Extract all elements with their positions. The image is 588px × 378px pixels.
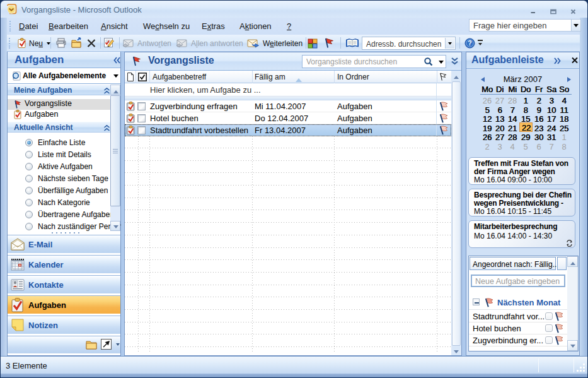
svg-text:?: ? xyxy=(468,39,471,47)
